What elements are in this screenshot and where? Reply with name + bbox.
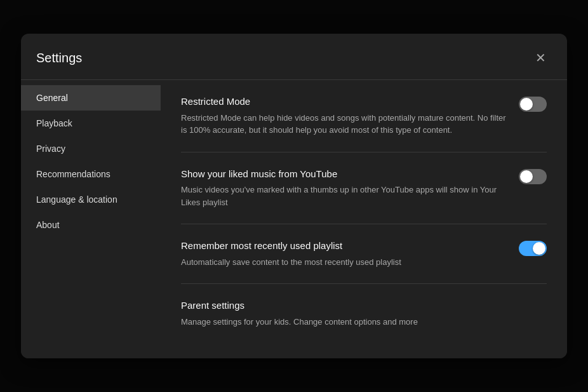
close-button[interactable]: ✕: [529, 46, 552, 69]
sidebar-item-playback[interactable]: Playback: [21, 111, 161, 136]
section-title-remember-playlist: Remember most recently used playlist: [181, 240, 509, 252]
main-content: Restricted ModeRestricted Mode can help …: [161, 80, 567, 358]
section-restricted-mode: Restricted ModeRestricted Mode can help …: [181, 95, 547, 152]
settings-dialog: Settings ✕ GeneralPlaybackPrivacyRecomme…: [21, 34, 567, 358]
modal-overlay: Settings ✕ GeneralPlaybackPrivacyRecomme…: [0, 0, 588, 392]
section-desc-parent-settings: Manage settings for your kids. Change co…: [181, 316, 547, 328]
sidebar-item-general[interactable]: General: [21, 85, 161, 111]
toggle-wrapper-remember-playlist: [519, 240, 547, 256]
section-desc-restricted-mode: Restricted Mode can help hide videos and…: [181, 112, 509, 137]
dialog-body: GeneralPlaybackPrivacyRecommendationsLan…: [21, 80, 567, 358]
sidebar-item-recommendations[interactable]: Recommendations: [21, 161, 161, 187]
section-show-liked-music: Show your liked music from YouTubeMusic …: [181, 168, 547, 225]
toggle-restricted-mode[interactable]: [519, 97, 547, 112]
toggle-remember-playlist[interactable]: [519, 241, 547, 256]
toggle-wrapper-show-liked-music: [519, 168, 547, 184]
sidebar-item-privacy[interactable]: Privacy: [21, 136, 161, 161]
toggle-thumb-remember-playlist: [533, 242, 545, 255]
section-title-parent-settings[interactable]: Parent settings: [181, 299, 547, 312]
toggle-thumb-restricted-mode: [520, 98, 533, 111]
section-title-show-liked-music: Show your liked music from YouTube: [181, 168, 509, 180]
dialog-header: Settings ✕: [21, 34, 567, 80]
section-parent-settings: Parent settingsManage settings for your …: [181, 299, 547, 343]
toggle-show-liked-music[interactable]: [519, 169, 547, 184]
section-desc-remember-playlist: Automatically save content to the most r…: [181, 256, 509, 269]
toggle-thumb-show-liked-music: [520, 170, 533, 183]
sidebar-item-language-location[interactable]: Language & location: [21, 187, 161, 212]
section-remember-playlist: Remember most recently used playlistAuto…: [181, 240, 547, 284]
dialog-title: Settings: [36, 51, 82, 65]
sidebar-nav: GeneralPlaybackPrivacyRecommendationsLan…: [21, 80, 161, 358]
sidebar-item-about[interactable]: About: [21, 212, 161, 238]
section-title-restricted-mode: Restricted Mode: [181, 95, 509, 108]
section-desc-show-liked-music: Music videos you've marked with a thumbs…: [181, 184, 509, 208]
toggle-wrapper-restricted-mode: [519, 95, 547, 112]
